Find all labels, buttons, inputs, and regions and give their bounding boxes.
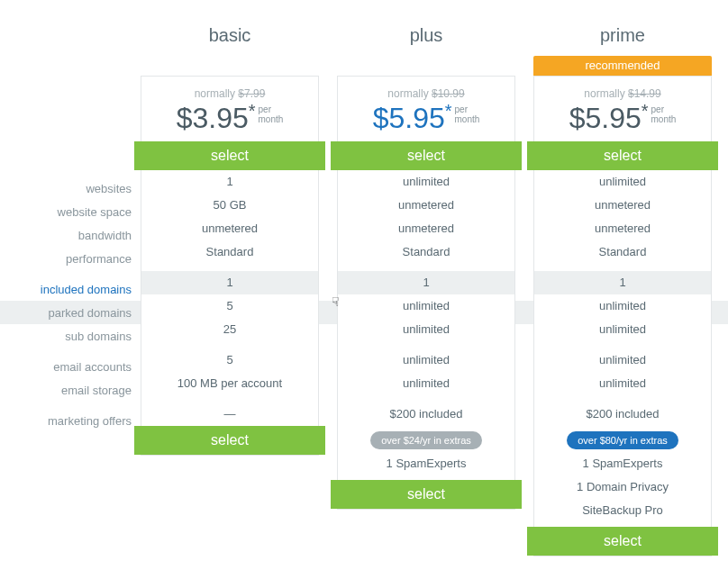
feat-basic-email-accounts: 5 bbox=[141, 348, 318, 372]
normally-label: normally bbox=[584, 87, 624, 100]
price-basic: $3.95* bbox=[177, 102, 256, 132]
feat-plus-email-accounts: unlimited bbox=[338, 348, 514, 372]
extras-line-plus-0: 1 SpamExperts bbox=[387, 455, 467, 473]
per-label: permonth bbox=[259, 104, 284, 124]
feat-plus-performance: Standard bbox=[338, 240, 514, 264]
feature-labels-column: websites website space bandwidth perform… bbox=[0, 25, 141, 432]
feat-plus-email-storage: unlimited bbox=[338, 372, 514, 395]
extras-plus: over $24/yr in extras 1 SpamExperts bbox=[338, 426, 514, 480]
price-prime: $5.95* bbox=[569, 102, 649, 132]
old-price-basic: $7.99 bbox=[238, 87, 265, 100]
old-price-plus: $10.99 bbox=[432, 87, 465, 100]
feat-prime-marketing-offers: $200 included bbox=[534, 403, 711, 426]
feat-plus-parked-domains: unlimited bbox=[338, 294, 514, 318]
normally-label: normally bbox=[195, 87, 235, 100]
plan-title-plus: plus bbox=[337, 25, 515, 50]
per-label: permonth bbox=[651, 104, 677, 124]
label-parked-domains: parked domains bbox=[0, 301, 141, 324]
feat-plus-website-space: unmetered bbox=[338, 194, 514, 217]
extras-pill-plus: over $24/yr in extras bbox=[370, 431, 482, 449]
select-button-prime-top[interactable]: select bbox=[534, 141, 711, 170]
extras-line-prime-2: SiteBackup Pro bbox=[582, 502, 663, 520]
feat-basic-included-domains: 1 bbox=[141, 271, 318, 294]
feat-basic-marketing-offers: — bbox=[141, 403, 318, 426]
label-bandwidth: bandwidth bbox=[0, 223, 141, 247]
pricing-table: websites website space bandwidth perform… bbox=[0, 0, 728, 556]
feat-prime-bandwidth: unmetered bbox=[534, 217, 711, 240]
feat-basic-website-space: 50 GB bbox=[141, 194, 318, 217]
feat-basic-email-storage: 100 MB per account bbox=[141, 372, 318, 395]
feat-prime-included-domains: 1 bbox=[534, 271, 711, 294]
select-button-plus-top[interactable]: select bbox=[338, 141, 514, 170]
label-website-space: website space bbox=[0, 200, 141, 223]
plan-prime: prime recommended normally $14.99 $5.95*… bbox=[533, 25, 712, 556]
extras-line-prime-0: 1 SpamExperts bbox=[583, 455, 663, 473]
feat-prime-websites: unlimited bbox=[534, 170, 711, 194]
old-price-prime: $14.99 bbox=[628, 87, 661, 100]
extras-line-prime-1: 1 Domain Privacy bbox=[577, 478, 669, 496]
label-email-storage: email storage bbox=[0, 378, 141, 402]
feat-prime-email-storage: unlimited bbox=[534, 372, 711, 395]
label-included-domains: included domains bbox=[0, 277, 141, 301]
feat-plus-included-domains: 1 bbox=[338, 271, 514, 294]
select-button-prime-bottom[interactable]: select bbox=[534, 527, 711, 556]
plan-title-prime: prime bbox=[533, 25, 712, 50]
label-email-accounts: email accounts bbox=[0, 355, 141, 378]
feat-basic-parked-domains: 5 bbox=[141, 294, 318, 318]
label-websites: websites bbox=[0, 176, 141, 200]
feat-prime-sub-domains: unlimited bbox=[534, 318, 711, 341]
feat-plus-marketing-offers: $200 included bbox=[338, 403, 514, 426]
label-sub-domains: sub domains bbox=[0, 324, 141, 348]
feat-prime-email-accounts: unlimited bbox=[534, 348, 711, 372]
feat-plus-sub-domains: unlimited bbox=[338, 318, 514, 341]
normally-label: normally bbox=[387, 87, 428, 100]
feat-basic-websites: 1 bbox=[141, 170, 318, 194]
extras-pill-prime: over $80/yr in extras bbox=[567, 431, 678, 449]
feat-plus-websites: unlimited bbox=[338, 170, 514, 194]
feat-prime-performance: Standard bbox=[534, 240, 711, 264]
plan-plus: plus normally $10.99 $5.95* permonth sel… bbox=[337, 25, 515, 510]
feat-basic-bandwidth: unmetered bbox=[141, 217, 318, 240]
plan-title-basic: basic bbox=[141, 25, 319, 50]
feat-basic-sub-domains: 25 bbox=[141, 318, 318, 341]
feat-plus-bandwidth: unmetered bbox=[338, 217, 514, 240]
extras-prime: over $80/yr in extras 1 SpamExperts 1 Do… bbox=[534, 426, 711, 527]
select-button-basic-top[interactable]: select bbox=[141, 141, 318, 170]
feat-basic-performance: Standard bbox=[141, 240, 318, 264]
select-button-plus-bottom[interactable]: select bbox=[338, 480, 514, 509]
price-box-prime: normally $14.99 $5.95* permonth bbox=[534, 77, 711, 141]
recommended-badge-prime: recommended bbox=[533, 56, 712, 76]
label-marketing-offers: marketing offers bbox=[0, 409, 141, 432]
per-label: permonth bbox=[455, 104, 480, 124]
label-performance: performance bbox=[0, 247, 141, 270]
feat-prime-website-space: unmetered bbox=[534, 194, 711, 217]
price-plus: $5.95* bbox=[373, 102, 452, 132]
price-box-plus: normally $10.99 $5.95* permonth bbox=[338, 77, 514, 141]
price-box-basic: normally $7.99 $3.95* permonth bbox=[141, 77, 318, 141]
select-button-basic-bottom[interactable]: select bbox=[141, 426, 318, 455]
feat-prime-parked-domains: unlimited bbox=[534, 294, 711, 318]
plan-basic: basic normally $7.99 $3.95* permonth sel… bbox=[141, 25, 319, 456]
